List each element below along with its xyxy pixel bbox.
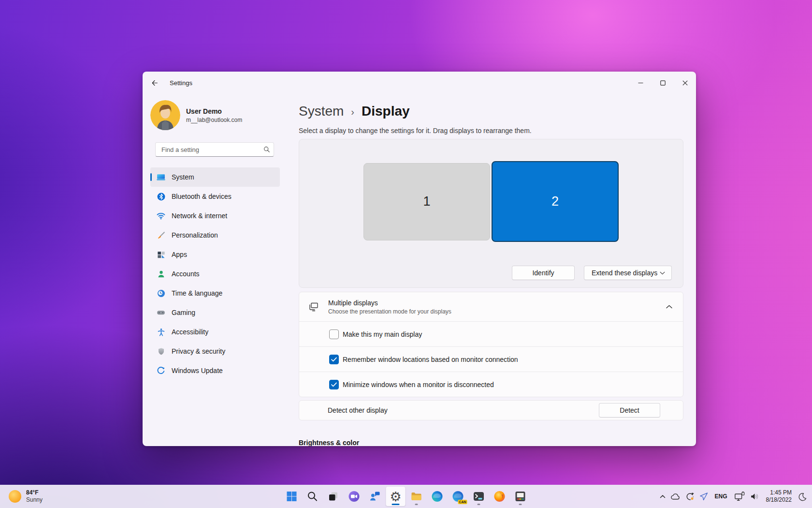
user-profile[interactable]: User Demo m__lab@outlook.com [150,100,290,130]
apps-icon [156,250,166,259]
option-make-main-display[interactable]: Make this my main display [299,321,683,346]
sync-icon[interactable] [682,487,697,506]
taskbar-color-app-button[interactable] [511,487,530,506]
weather-temperature: 84°F [26,489,43,496]
people-icon [369,490,381,503]
network-wifi-icon [156,211,166,221]
multiple-displays-subtitle: Choose the presentation mode for your di… [328,308,657,315]
tray-chevron-up-icon[interactable] [657,487,668,506]
firefox-icon [493,490,506,503]
checkbox[interactable] [329,329,339,339]
back-button[interactable] [146,75,162,90]
accounts-person-icon [156,269,166,279]
taskbar-task-view-button[interactable] [324,487,343,506]
display-box-1[interactable]: 1 [363,163,490,240]
sidebar-item-privacy-security[interactable]: Privacy & security [150,342,280,361]
sidebar-item-accessibility[interactable]: Accessibility [150,322,280,342]
taskbar-people-button[interactable] [365,487,385,506]
brightness-color-heading: Brightness & color [299,439,683,446]
task-view-icon [328,491,339,502]
bluetooth-icon [156,192,166,201]
extend-displays-dropdown[interactable]: Extend these displays [584,266,672,280]
sidebar-item-system[interactable]: System [150,167,280,187]
taskbar-settings-button[interactable]: ⚙ [386,487,406,506]
page-subtitle: Select a display to change the settings … [299,127,683,136]
chevron-down-icon [660,271,665,275]
sidebar-item-bluetooth-devices[interactable]: Bluetooth & devices [150,187,280,206]
display-box-2[interactable]: 2 [492,161,619,242]
taskbar-edge-button[interactable] [428,487,447,506]
onedrive-cloud-icon[interactable] [668,487,682,506]
back-arrow-icon [151,79,158,87]
language-indicator[interactable]: ENG [710,493,732,500]
maximize-button[interactable] [652,72,674,94]
sidebar-item-gaming[interactable]: Gaming [150,303,280,322]
sidebar: User Demo m__lab@outlook.com System [143,94,290,446]
start-icon [286,491,298,502]
display-arrangement-panel: 1 2 Identify Extend these displays [299,139,683,288]
taskbar-terminal-button[interactable] [469,487,489,506]
sidebar-nav: System Bluetooth & devices Network & int… [150,167,290,380]
user-name: User Demo [186,107,242,115]
option-remember-window-locations[interactable]: Remember window locations based on monit… [299,346,683,372]
breadcrumb-separator: › [351,106,354,118]
privacy-shield-icon [156,346,166,356]
monitor-connect-icon[interactable] [732,487,747,506]
tray-time: 1:45 PM [766,489,792,496]
search-box[interactable] [155,142,274,157]
search-icon [260,146,274,153]
taskbar: 84°F Sunny [0,485,812,508]
chevron-up-icon[interactable] [666,305,672,309]
canary-badge: CAN [458,500,467,504]
display-1-number: 1 [423,194,430,209]
sidebar-item-network-internet[interactable]: Network & internet [150,206,280,225]
identify-button[interactable]: Identify [512,266,575,280]
sidebar-item-personalization[interactable]: Personalization [150,225,280,245]
taskbar-search-button[interactable] [303,487,322,506]
detect-other-display-row: Detect other display Detect [299,400,683,420]
color-app-icon [514,490,527,503]
search-icon [307,491,319,502]
tray-date: 8/18/2022 [766,496,792,504]
volume-icon[interactable] [747,487,762,506]
minimize-button[interactable] [629,72,652,94]
chat-icon [348,490,361,503]
sidebar-item-accounts[interactable]: Accounts [150,264,280,284]
main-content: System › Display Select a display to cha… [290,94,696,446]
taskbar-firefox-button[interactable] [490,487,509,506]
sidebar-item-time-language[interactable]: Time & language [150,284,280,303]
time-language-clock-icon [156,288,166,298]
sidebar-item-windows-update[interactable]: Windows Update [150,361,280,380]
taskbar-file-explorer-button[interactable] [407,487,426,506]
display-2-number: 2 [551,194,559,209]
personalization-brush-icon [156,230,166,240]
window-title: Settings [170,79,192,87]
file-explorer-icon [410,490,423,503]
moon-icon[interactable] [796,487,809,506]
location-icon[interactable] [697,487,710,506]
detect-button[interactable]: Detect [599,403,660,418]
multiple-displays-icon [308,301,319,313]
clock[interactable]: 1:45 PM 8/18/2022 [762,489,796,504]
breadcrumb: System › Display [299,102,683,121]
weather-condition: Sunny [26,496,43,504]
search-input[interactable] [156,146,260,153]
taskbar-app-icons: ⚙ CAN [282,487,530,506]
taskbar-chat-button[interactable] [345,487,364,506]
weather-widget[interactable]: 84°F Sunny [6,485,45,508]
taskbar-start-button[interactable] [282,487,302,506]
option-minimize-windows-on-disconnect[interactable]: Minimize windows when a monitor is disco… [299,372,683,397]
close-button[interactable] [674,72,696,94]
checkbox[interactable] [329,380,339,389]
terminal-icon [473,490,485,503]
gaming-controller-icon [156,308,166,317]
multiple-displays-header[interactable]: Multiple displays Choose the presentatio… [299,292,683,321]
taskbar-edge-canary-button[interactable]: CAN [449,487,468,506]
sidebar-item-apps[interactable]: Apps [150,245,280,264]
checkbox[interactable] [329,355,339,364]
windows-update-icon [156,366,166,375]
settings-gear-icon: ⚙ [390,490,401,503]
breadcrumb-system[interactable]: System [299,104,344,119]
user-email: m__lab@outlook.com [186,117,242,123]
detect-other-display-label: Detect other display [328,406,388,414]
